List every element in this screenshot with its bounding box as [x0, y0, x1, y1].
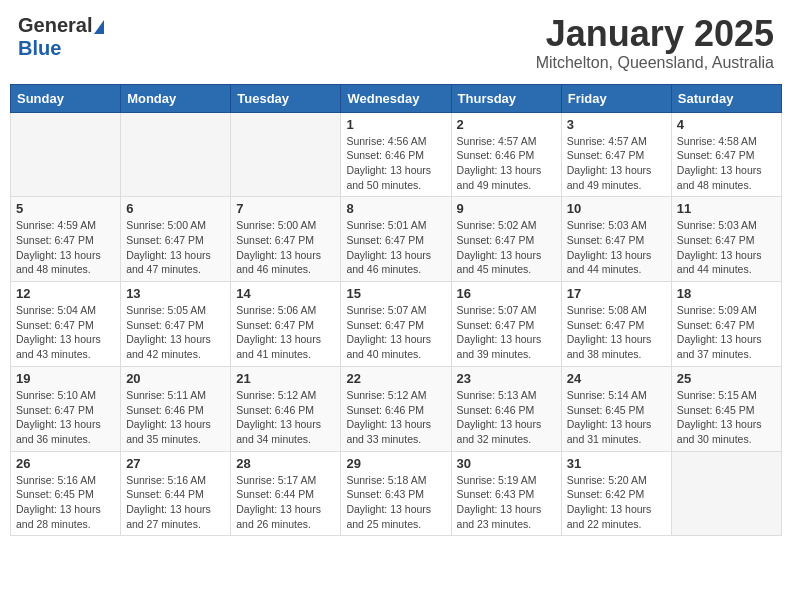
day-detail: Sunrise: 5:18 AM Sunset: 6:43 PM Dayligh… — [346, 473, 445, 532]
day-detail: Sunrise: 5:06 AM Sunset: 6:47 PM Dayligh… — [236, 303, 335, 362]
day-number: 23 — [457, 371, 556, 386]
calendar-week-row: 19Sunrise: 5:10 AM Sunset: 6:47 PM Dayli… — [11, 366, 782, 451]
calendar-cell — [231, 112, 341, 197]
calendar-cell: 17Sunrise: 5:08 AM Sunset: 6:47 PM Dayli… — [561, 282, 671, 367]
day-detail: Sunrise: 5:16 AM Sunset: 6:45 PM Dayligh… — [16, 473, 115, 532]
day-number: 20 — [126, 371, 225, 386]
calendar-table: SundayMondayTuesdayWednesdayThursdayFrid… — [10, 84, 782, 537]
calendar-cell: 29Sunrise: 5:18 AM Sunset: 6:43 PM Dayli… — [341, 451, 451, 536]
day-detail: Sunrise: 5:05 AM Sunset: 6:47 PM Dayligh… — [126, 303, 225, 362]
day-number: 14 — [236, 286, 335, 301]
calendar-cell: 3Sunrise: 4:57 AM Sunset: 6:47 PM Daylig… — [561, 112, 671, 197]
calendar-week-row: 5Sunrise: 4:59 AM Sunset: 6:47 PM Daylig… — [11, 197, 782, 282]
day-detail: Sunrise: 5:20 AM Sunset: 6:42 PM Dayligh… — [567, 473, 666, 532]
day-number: 24 — [567, 371, 666, 386]
day-detail: Sunrise: 5:07 AM Sunset: 6:47 PM Dayligh… — [457, 303, 556, 362]
calendar-cell — [671, 451, 781, 536]
day-detail: Sunrise: 5:10 AM Sunset: 6:47 PM Dayligh… — [16, 388, 115, 447]
day-number: 18 — [677, 286, 776, 301]
day-detail: Sunrise: 5:03 AM Sunset: 6:47 PM Dayligh… — [677, 218, 776, 277]
calendar-cell — [11, 112, 121, 197]
calendar-cell: 9Sunrise: 5:02 AM Sunset: 6:47 PM Daylig… — [451, 197, 561, 282]
day-detail: Sunrise: 4:59 AM Sunset: 6:47 PM Dayligh… — [16, 218, 115, 277]
day-number: 2 — [457, 117, 556, 132]
logo-general: General — [18, 14, 92, 37]
logo: General Blue — [18, 14, 104, 60]
day-detail: Sunrise: 5:12 AM Sunset: 6:46 PM Dayligh… — [236, 388, 335, 447]
calendar-cell: 1Sunrise: 4:56 AM Sunset: 6:46 PM Daylig… — [341, 112, 451, 197]
calendar-cell: 15Sunrise: 5:07 AM Sunset: 6:47 PM Dayli… — [341, 282, 451, 367]
calendar-cell: 8Sunrise: 5:01 AM Sunset: 6:47 PM Daylig… — [341, 197, 451, 282]
calendar-cell: 31Sunrise: 5:20 AM Sunset: 6:42 PM Dayli… — [561, 451, 671, 536]
calendar-cell: 12Sunrise: 5:04 AM Sunset: 6:47 PM Dayli… — [11, 282, 121, 367]
calendar-cell: 6Sunrise: 5:00 AM Sunset: 6:47 PM Daylig… — [121, 197, 231, 282]
day-detail: Sunrise: 5:03 AM Sunset: 6:47 PM Dayligh… — [567, 218, 666, 277]
calendar-cell: 18Sunrise: 5:09 AM Sunset: 6:47 PM Dayli… — [671, 282, 781, 367]
day-number: 8 — [346, 201, 445, 216]
day-detail: Sunrise: 5:08 AM Sunset: 6:47 PM Dayligh… — [567, 303, 666, 362]
calendar-cell: 2Sunrise: 4:57 AM Sunset: 6:46 PM Daylig… — [451, 112, 561, 197]
calendar-cell: 30Sunrise: 5:19 AM Sunset: 6:43 PM Dayli… — [451, 451, 561, 536]
day-number: 25 — [677, 371, 776, 386]
calendar-cell: 20Sunrise: 5:11 AM Sunset: 6:46 PM Dayli… — [121, 366, 231, 451]
calendar-cell: 21Sunrise: 5:12 AM Sunset: 6:46 PM Dayli… — [231, 366, 341, 451]
day-detail: Sunrise: 5:11 AM Sunset: 6:46 PM Dayligh… — [126, 388, 225, 447]
day-number: 13 — [126, 286, 225, 301]
day-detail: Sunrise: 5:09 AM Sunset: 6:47 PM Dayligh… — [677, 303, 776, 362]
logo-blue: Blue — [18, 37, 61, 59]
calendar-week-row: 26Sunrise: 5:16 AM Sunset: 6:45 PM Dayli… — [11, 451, 782, 536]
day-number: 19 — [16, 371, 115, 386]
day-detail: Sunrise: 5:16 AM Sunset: 6:44 PM Dayligh… — [126, 473, 225, 532]
day-number: 26 — [16, 456, 115, 471]
day-detail: Sunrise: 5:12 AM Sunset: 6:46 PM Dayligh… — [346, 388, 445, 447]
calendar-cell — [121, 112, 231, 197]
calendar-cell: 26Sunrise: 5:16 AM Sunset: 6:45 PM Dayli… — [11, 451, 121, 536]
day-detail: Sunrise: 4:56 AM Sunset: 6:46 PM Dayligh… — [346, 134, 445, 193]
day-number: 27 — [126, 456, 225, 471]
calendar-cell: 23Sunrise: 5:13 AM Sunset: 6:46 PM Dayli… — [451, 366, 561, 451]
day-detail: Sunrise: 5:01 AM Sunset: 6:47 PM Dayligh… — [346, 218, 445, 277]
day-detail: Sunrise: 5:19 AM Sunset: 6:43 PM Dayligh… — [457, 473, 556, 532]
calendar-cell: 27Sunrise: 5:16 AM Sunset: 6:44 PM Dayli… — [121, 451, 231, 536]
calendar-cell: 28Sunrise: 5:17 AM Sunset: 6:44 PM Dayli… — [231, 451, 341, 536]
day-detail: Sunrise: 5:07 AM Sunset: 6:47 PM Dayligh… — [346, 303, 445, 362]
calendar-cell: 4Sunrise: 4:58 AM Sunset: 6:47 PM Daylig… — [671, 112, 781, 197]
calendar-cell: 25Sunrise: 5:15 AM Sunset: 6:45 PM Dayli… — [671, 366, 781, 451]
page-header: General Blue January 2025 Mitchelton, Qu… — [10, 10, 782, 76]
calendar-cell: 10Sunrise: 5:03 AM Sunset: 6:47 PM Dayli… — [561, 197, 671, 282]
day-detail: Sunrise: 5:04 AM Sunset: 6:47 PM Dayligh… — [16, 303, 115, 362]
day-number: 10 — [567, 201, 666, 216]
calendar-cell: 19Sunrise: 5:10 AM Sunset: 6:47 PM Dayli… — [11, 366, 121, 451]
day-number: 3 — [567, 117, 666, 132]
day-of-week-header: Sunday — [11, 84, 121, 112]
day-number: 29 — [346, 456, 445, 471]
day-number: 15 — [346, 286, 445, 301]
day-of-week-header: Wednesday — [341, 84, 451, 112]
day-detail: Sunrise: 5:15 AM Sunset: 6:45 PM Dayligh… — [677, 388, 776, 447]
day-detail: Sunrise: 4:57 AM Sunset: 6:46 PM Dayligh… — [457, 134, 556, 193]
day-of-week-header: Friday — [561, 84, 671, 112]
day-number: 11 — [677, 201, 776, 216]
day-number: 21 — [236, 371, 335, 386]
day-number: 6 — [126, 201, 225, 216]
day-detail: Sunrise: 4:58 AM Sunset: 6:47 PM Dayligh… — [677, 134, 776, 193]
logo-triangle-icon — [94, 20, 104, 34]
calendar-title: January 2025 — [536, 14, 774, 54]
day-number: 30 — [457, 456, 556, 471]
day-detail: Sunrise: 5:00 AM Sunset: 6:47 PM Dayligh… — [126, 218, 225, 277]
calendar-week-row: 1Sunrise: 4:56 AM Sunset: 6:46 PM Daylig… — [11, 112, 782, 197]
calendar-cell: 5Sunrise: 4:59 AM Sunset: 6:47 PM Daylig… — [11, 197, 121, 282]
calendar-cell: 24Sunrise: 5:14 AM Sunset: 6:45 PM Dayli… — [561, 366, 671, 451]
day-of-week-header: Tuesday — [231, 84, 341, 112]
calendar-week-row: 12Sunrise: 5:04 AM Sunset: 6:47 PM Dayli… — [11, 282, 782, 367]
calendar-cell: 13Sunrise: 5:05 AM Sunset: 6:47 PM Dayli… — [121, 282, 231, 367]
header-row: SundayMondayTuesdayWednesdayThursdayFrid… — [11, 84, 782, 112]
calendar-cell: 16Sunrise: 5:07 AM Sunset: 6:47 PM Dayli… — [451, 282, 561, 367]
day-detail: Sunrise: 5:14 AM Sunset: 6:45 PM Dayligh… — [567, 388, 666, 447]
day-number: 9 — [457, 201, 556, 216]
day-detail: Sunrise: 5:17 AM Sunset: 6:44 PM Dayligh… — [236, 473, 335, 532]
calendar-cell: 7Sunrise: 5:00 AM Sunset: 6:47 PM Daylig… — [231, 197, 341, 282]
day-number: 7 — [236, 201, 335, 216]
day-number: 16 — [457, 286, 556, 301]
day-detail: Sunrise: 5:02 AM Sunset: 6:47 PM Dayligh… — [457, 218, 556, 277]
